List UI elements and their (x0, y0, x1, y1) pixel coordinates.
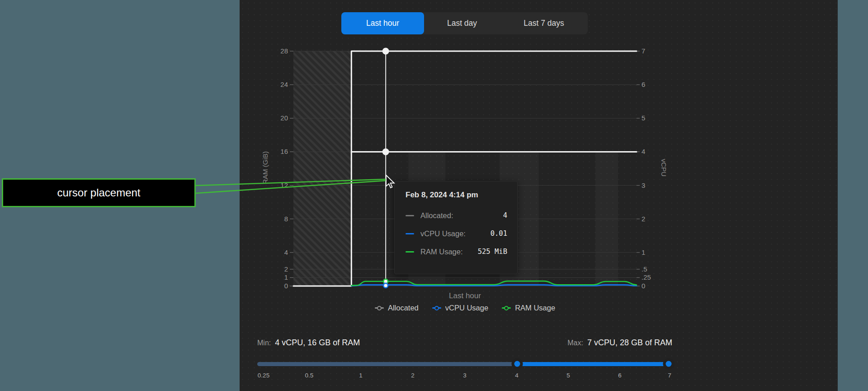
ram-tick-label: 4 (284, 248, 288, 256)
slider-tick: 0.5 (305, 372, 314, 379)
tooltip-value: 0.01 (491, 229, 507, 238)
callout-text: cursor placement (57, 186, 140, 199)
slider-tick: 2 (411, 372, 415, 379)
ram-tick-label: 20 (280, 114, 288, 122)
ram-tick-label: 24 (280, 81, 288, 88)
legend-item-vcpu-usage[interactable]: vCPU Usage (432, 304, 488, 312)
tooltip-row-vcpu: vCPU Usage: 0.01 (406, 229, 507, 238)
ram-tick-label: 2 (284, 265, 288, 273)
vcpu-tick-label: .25 (642, 273, 651, 281)
ram-tick-label: 12 (280, 181, 288, 189)
x-axis-label: Last hour (293, 291, 637, 300)
legend-label: vCPU Usage (445, 304, 488, 312)
vcpu-tick-label: 7 (642, 47, 645, 55)
slider-handle-min[interactable] (511, 358, 523, 370)
vcpu-tick-label: 0 (642, 282, 645, 290)
slider-tick: 7 (668, 372, 671, 379)
min-value: 4 vCPU, 16 GB of RAM (275, 338, 360, 348)
slider-tick: 3 (463, 372, 467, 379)
max-resources: Max: 7 vCPU, 28 GB of RAM (567, 338, 672, 348)
legend-label: RAM Usage (515, 304, 555, 312)
y-axis-title-ram: RAM (GiB) (261, 132, 269, 204)
cursor-placement-callout: cursor placement (2, 178, 196, 207)
resource-limits-row: Min: 4 vCPU, 16 GB of RAM Max: 7 vCPU, 2… (257, 338, 672, 348)
slider-tick: 6 (618, 372, 622, 379)
allocated-legend-marker-icon (375, 306, 384, 310)
slider-tick: 4 (515, 372, 519, 379)
vcpu-series-swatch (406, 233, 414, 234)
legend-item-allocated[interactable]: Allocated (375, 304, 419, 312)
vcpu-tick-label: .5 (642, 265, 647, 273)
vcpu-tick-label: 5 (642, 114, 645, 122)
chart-legend: Allocated vCPU Usage RAM Usage (293, 304, 637, 312)
slider-handle-max[interactable] (663, 358, 674, 370)
vcpu-tick-label: 3 (642, 181, 645, 189)
tooltip-label: RAM Usage: (420, 248, 463, 256)
crosshair-point-marker (382, 48, 389, 55)
ram-tick-label: 0 (284, 282, 288, 290)
crosshair-ring-marker (383, 283, 388, 288)
vcpu-tick-label: 6 (642, 81, 645, 88)
ram-tick-label: 16 (280, 148, 288, 155)
resource-usage-screen: Last hour Last day Last 7 days 287246205… (0, 0, 868, 391)
tooltip-row-allocated: Allocated: 4 (406, 210, 507, 220)
vcpu-tick-label: 4 (642, 148, 645, 155)
allocated-series-swatch (406, 215, 414, 216)
legend-label: Allocated (388, 304, 419, 312)
max-label: Max: (567, 339, 583, 347)
chart-tooltip: Feb 8, 2024 4:14 pm Allocated: 4 vCPU Us… (394, 181, 518, 274)
ram-legend-marker-icon (502, 306, 511, 310)
slider-tick: 0.25 (258, 372, 269, 379)
crosshair-point-marker (382, 148, 389, 155)
ram-series-swatch (406, 251, 414, 253)
min-label: Min: (257, 339, 271, 347)
tooltip-label: Allocated: (420, 211, 453, 220)
tooltip-row-ram: RAM Usage: 525 MiB (406, 247, 507, 257)
vcpu-legend-marker-icon (432, 306, 441, 310)
slider-tick: 5 (566, 372, 570, 379)
slider-tick-labels: 0.25 0.5 1 2 3 4 5 6 7 (0, 372, 868, 381)
ram-tick-label: 1 (284, 273, 288, 281)
y-axis-title-vcpu: vCPU (660, 132, 668, 204)
tooltip-value: 4 (503, 211, 507, 219)
slider-active-range (517, 362, 671, 366)
min-resources: Min: 4 vCPU, 16 GB of RAM (257, 338, 360, 348)
ram-tick-label: 28 (280, 47, 288, 55)
vcpu-tick-label: 2 (642, 215, 645, 223)
slider-tick: 1 (359, 372, 363, 379)
no-data-hatch-region (293, 51, 351, 286)
ram-tick-label: 8 (284, 215, 288, 223)
vcpu-tick-label: 1 (642, 248, 645, 256)
tooltip-label: vCPU Usage: (420, 229, 466, 238)
tooltip-value: 525 MiB (478, 248, 507, 256)
resource-range-slider[interactable] (257, 362, 671, 366)
tooltip-timestamp: Feb 8, 2024 4:14 pm (406, 191, 507, 200)
max-value: 7 vCPU, 28 GB of RAM (587, 338, 672, 348)
legend-item-ram-usage[interactable]: RAM Usage (502, 304, 555, 312)
